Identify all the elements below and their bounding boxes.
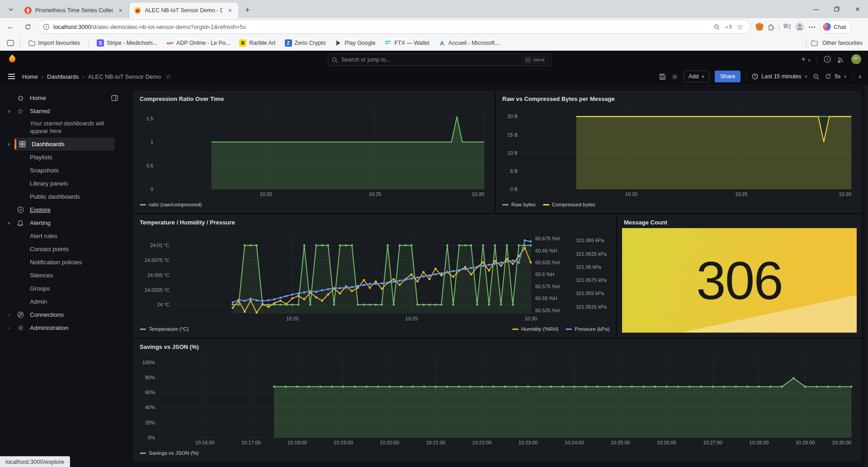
sidebar-item-library-panels[interactable]: Library panels <box>0 177 125 190</box>
panel-message-count[interactable]: Message Count 306 <box>618 215 861 337</box>
active-indicator <box>14 139 16 149</box>
breadcrumb-dashboards[interactable]: Dashboards <box>47 73 79 80</box>
collapse-toolbar-icon[interactable]: ∧ <box>858 74 862 80</box>
read-aloud-icon[interactable]: A <box>722 21 734 33</box>
panel-raw-vs-compressed[interactable]: Raw vs Compressed Bytes per Message 10:2… <box>496 91 861 212</box>
breadcrumb-home[interactable]: Home <box>22 73 38 80</box>
panel-title[interactable]: Message Count <box>618 215 860 228</box>
legend-item[interactable]: ratio (raw/compressed) <box>140 202 202 207</box>
sidebar-item-groups[interactable]: Groups <box>0 282 125 295</box>
site-info-icon[interactable] <box>43 24 50 30</box>
refresh-button[interactable] <box>21 20 34 33</box>
tab-prometheus[interactable]: Prometheus Time Series Collection ✕ <box>20 3 129 18</box>
tab-close-icon[interactable]: ✕ <box>117 7 124 14</box>
sidebar-item-home[interactable]: Home <box>0 91 125 105</box>
legend-item[interactable]: Raw bytes <box>502 202 536 207</box>
user-avatar[interactable] <box>851 54 862 65</box>
save-dashboard-icon[interactable] <box>659 73 666 80</box>
legend-item[interactable]: Pressure (kPa) <box>566 326 609 332</box>
sidebar-item-silences[interactable]: Silences <box>0 269 125 282</box>
collections-icon[interactable] <box>5 37 16 49</box>
chevron-down-icon[interactable]: ∨ <box>5 109 13 114</box>
sidebar-item-explore[interactable]: Explore <box>0 203 125 216</box>
favourites-bar-icon[interactable] <box>783 23 791 30</box>
tab-search-button[interactable] <box>5 4 17 15</box>
legend-item[interactable]: Savings vs JSON (%) <box>140 450 199 456</box>
news-rss-icon[interactable] <box>837 56 844 63</box>
sidebar-item-alert-rules[interactable]: Alert rules <box>0 229 125 243</box>
url-bar[interactable]: localhost:3000/d/alec-demo/alec-nb-iot-s… <box>38 19 751 34</box>
chevron-right-icon[interactable]: › <box>5 312 13 317</box>
chevron-down-icon[interactable]: ∨ <box>5 142 13 147</box>
zoom-out-time-icon[interactable] <box>813 73 820 80</box>
svg-text:24.005 °C: 24.005 °C <box>147 272 170 278</box>
bookmark-microsoft[interactable]: A Accueil - Microsoft... <box>434 38 504 48</box>
sidebar-item-playlists[interactable]: Playlists <box>0 151 125 164</box>
favorite-star-icon[interactable]: ☆ <box>734 21 746 33</box>
svg-text:10:16:00: 10:16:00 <box>195 440 215 445</box>
sidebar-item-dashboards[interactable]: ∨ Dashboards <box>14 138 114 151</box>
svg-text:101.065 kPa: 101.065 kPa <box>576 238 604 243</box>
extensions-icon[interactable] <box>767 23 775 31</box>
help-icon[interactable]: ? <box>824 56 831 63</box>
bookmark-rarible[interactable]: R Rarible Art <box>235 38 280 48</box>
dashboard-settings-icon[interactable] <box>671 73 678 80</box>
share-button[interactable]: Share <box>715 71 741 82</box>
sidebar-item-public-dashboards[interactable]: Public dashboards <box>0 190 125 203</box>
browser-profile-avatar[interactable] <box>795 22 805 32</box>
refresh-picker[interactable]: 5s ∨ <box>825 73 847 80</box>
new-tab-button[interactable]: + <box>241 4 254 16</box>
window-close-icon[interactable]: ✕ <box>847 0 868 18</box>
sidebar-item-notification-policies[interactable]: Notification policies <box>0 256 125 269</box>
divider <box>806 39 807 47</box>
zoom-out-page-icon[interactable] <box>711 21 722 33</box>
copilot-chat-button[interactable]: Chat <box>820 20 852 33</box>
bytes-chart[interactable]: 10:2010:2510:300 B5 B10 B15 B20 B <box>500 105 858 199</box>
sidebar-item-contact-points[interactable]: Contact points <box>0 243 125 256</box>
panel-title[interactable]: Temperature / Humidity / Pressure <box>134 215 615 228</box>
time-range-picker[interactable]: Last 15 minutes ∨ <box>752 73 807 80</box>
mega-menu-toggle[interactable] <box>8 74 15 79</box>
window-minimize-icon[interactable]: — <box>806 0 826 18</box>
panel-title[interactable]: Compression Ratio Over Time <box>134 92 493 105</box>
sidebar-item-alerting[interactable]: ∨ Alerting <box>0 216 125 229</box>
add-panel-button[interactable]: Add∨ <box>684 71 709 82</box>
sidebar-item-snapshots[interactable]: Snapshots <box>0 164 125 177</box>
tab-grafana-active[interactable]: ALEC NB-IoT Sensor Demo - Dash ✕ <box>129 3 238 18</box>
back-button[interactable]: ← <box>4 20 17 33</box>
dock-menu-icon[interactable] <box>111 95 118 101</box>
climate-chart[interactable]: 10:2010:2510:3024 °C24.0025 °C24.005 °C2… <box>137 229 612 324</box>
browser-menu-icon[interactable]: ⋯ <box>808 23 816 31</box>
panel-compression-ratio[interactable]: Compression Ratio Over Time 10:2010:2510… <box>134 91 494 212</box>
bookmark-ftx[interactable]: FTX — Wallet <box>380 38 434 48</box>
chevron-right-icon[interactable]: › <box>5 325 13 330</box>
compression-ratio-chart[interactable]: 10:2010:2510:3000.511.5 <box>137 105 491 199</box>
add-new-icon[interactable]: + ∨ <box>802 55 811 63</box>
panel-title[interactable]: Raw vs Compressed Bytes per Message <box>497 92 860 105</box>
legend-item[interactable]: Temperature (°C) <box>140 326 189 332</box>
sidebar-item-admin[interactable]: Admin <box>0 295 125 308</box>
sidebar-item-administration[interactable]: › Administration <box>0 321 125 334</box>
bookmark-import-favourites[interactable]: Import favourites <box>24 38 85 48</box>
panel-title[interactable]: Savings vs JSON (%) <box>134 340 860 353</box>
other-favourites[interactable]: Other favourites <box>806 39 863 47</box>
bookmark-adp[interactable]: ADP ADP Online - Le Po... <box>162 38 235 48</box>
dashboard-scrollbar[interactable] <box>864 85 868 467</box>
star-dashboard-icon[interactable]: ☆ <box>165 73 171 80</box>
sidebar-subitem-label: Playlists <box>30 154 52 161</box>
tab-close-icon[interactable]: ✕ <box>226 7 234 14</box>
panel-climate[interactable]: Temperature / Humidity / Pressure 10:201… <box>134 215 615 337</box>
window-restore-icon[interactable] <box>826 0 847 18</box>
sidebar-item-connections[interactable]: › Connections <box>0 308 125 321</box>
metamask-icon[interactable] <box>755 23 764 31</box>
panel-savings[interactable]: Savings vs JSON (%) 10:16:0010:17:0010:1… <box>134 339 861 461</box>
chevron-down-icon[interactable]: ∨ <box>5 220 13 225</box>
bookmark-stripe[interactable]: S Stripe - Medichom... <box>92 38 162 48</box>
sidebar-item-starred[interactable]: ∨ ☆ Starred <box>0 105 125 118</box>
legend-item[interactable]: Compressed bytes <box>543 202 595 207</box>
bookmark-zerio[interactable]: Z Zerio Crypto <box>280 38 330 48</box>
search-input[interactable]: Search or jump to... ctrl+k <box>328 53 552 66</box>
savings-chart[interactable]: 10:16:0010:17:0010:18:0010:19:0010:20:00… <box>137 353 858 448</box>
bookmark-play-google[interactable]: Play Google <box>330 38 380 48</box>
legend-item[interactable]: Humidity (%RH) <box>512 326 558 332</box>
